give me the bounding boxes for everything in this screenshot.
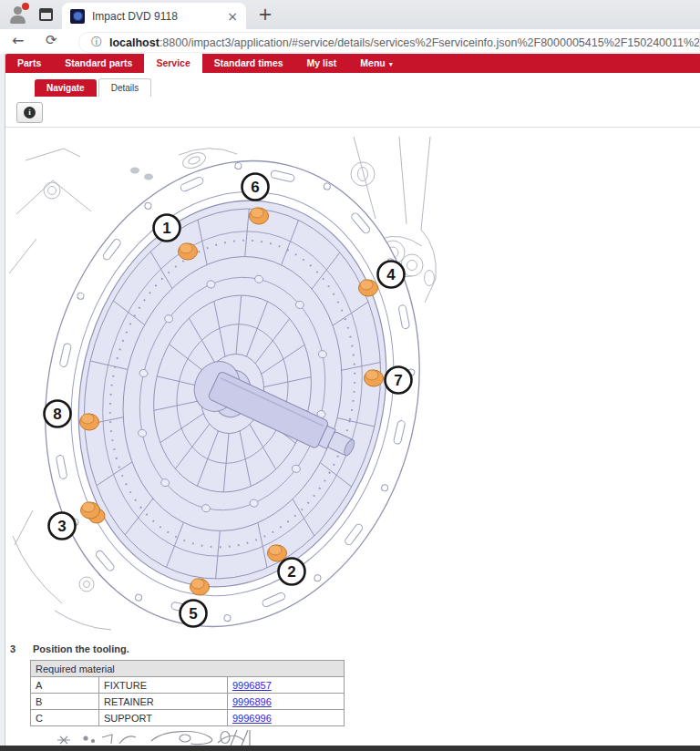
bolt-marker-4 — [359, 280, 378, 296]
svg-text:7: 7 — [394, 372, 402, 389]
svg-text:4: 4 — [386, 266, 396, 283]
svg-text:3: 3 — [57, 518, 66, 535]
url-text: localhost:8800/impact3/application/#serv… — [109, 36, 700, 49]
avatar-head — [14, 6, 22, 15]
svg-text:6: 6 — [251, 179, 259, 196]
browser-window: Impact DVD 9118 × + ← ⟳ ⓘ localhost:8800… — [0, 0, 700, 751]
nav-item-standard-parts[interactable]: Standard parts — [53, 54, 144, 73]
part-number-link[interactable]: 9996896 — [232, 696, 272, 707]
tab-actions-icon[interactable] — [39, 8, 53, 21]
bolt-marker-7 — [365, 370, 384, 386]
notification-dot — [22, 3, 29, 10]
bottom-dark-bar — [0, 746, 700, 751]
page-info-icon[interactable]: ⓘ — [91, 35, 102, 50]
material-name: FIXTURE — [99, 677, 228, 694]
menu-label: Menu — [360, 57, 385, 68]
svg-text:5: 5 — [189, 605, 197, 622]
address-bar[interactable]: ⓘ localhost:8800/impact3/application/#se… — [78, 32, 700, 53]
callout-6: 6 — [242, 174, 269, 201]
favicon-globe-icon — [70, 9, 85, 24]
divider-line — [5, 127, 700, 128]
step-instruction: Position the tooling. — [33, 643, 129, 654]
callout-7: 7 — [386, 367, 412, 394]
next-figure-partial-sketch — [0, 724, 456, 746]
table-row: A FIXTURE 9996857 — [31, 677, 345, 694]
part-number-link[interactable]: 9996996 — [232, 713, 272, 724]
material-name: RETAINER — [99, 694, 228, 710]
callout-3: 3 — [49, 513, 76, 540]
nav-item-standard-times[interactable]: Standard times — [202, 54, 295, 73]
tab-details[interactable]: Details — [98, 78, 152, 97]
bolt-marker-2 — [268, 545, 287, 561]
browser-titlebar: Impact DVD 9118 × + — [0, 0, 700, 29]
browser-toolbar: ← ⟳ ⓘ localhost:8800/impact3/application… — [0, 29, 700, 54]
step-number: 3 — [10, 643, 15, 654]
bolt-marker-1 — [179, 243, 198, 260]
bolt-marker-5 — [190, 579, 210, 595]
table-header: Required material — [31, 661, 345, 677]
nav-item-service[interactable]: Service — [144, 54, 201, 73]
bolt-marker-6 — [250, 208, 269, 224]
material-key: B — [31, 694, 99, 710]
info-icon: i — [24, 107, 36, 118]
profile-avatar-icon[interactable] — [8, 5, 28, 25]
new-tab-button[interactable]: + — [253, 3, 277, 26]
required-material-table: Required material A FIXTURE 9996857 B RE… — [30, 660, 345, 726]
url-host: localhost — [109, 36, 160, 49]
browser-tab[interactable]: Impact DVD 9118 × — [62, 3, 246, 29]
table-header-row: Required material — [31, 661, 345, 677]
tab-title: Impact DVD 9118 — [92, 10, 222, 23]
nav-item-parts[interactable]: Parts — [5, 54, 53, 73]
callout-8: 8 — [45, 401, 71, 427]
tab-navigate[interactable]: Navigate — [35, 79, 97, 97]
clutch-diagram: 1 2 3 4 5 6 7 8 — [0, 130, 456, 641]
svg-text:2: 2 — [287, 563, 295, 581]
material-key: A — [31, 677, 99, 694]
part-number-link[interactable]: 9996857 — [232, 680, 272, 691]
avatar-body — [10, 15, 26, 24]
bolt-marker-8 — [80, 414, 99, 430]
main-navbar: Parts Standard parts Service Standard ti… — [5, 54, 700, 73]
nav-item-menu[interactable]: Menu▾ — [348, 54, 404, 73]
callout-1: 1 — [154, 215, 180, 242]
refresh-icon[interactable]: ⟳ — [46, 32, 57, 48]
back-icon[interactable]: ← — [12, 32, 24, 49]
svg-text:1: 1 — [162, 220, 170, 237]
chevron-down-icon: ▾ — [389, 60, 393, 68]
callout-4: 4 — [378, 262, 405, 288]
url-path: :8800/impact3/application/#service/detai… — [160, 36, 700, 49]
close-tab-icon[interactable]: × — [222, 9, 242, 24]
callout-5: 5 — [180, 601, 207, 627]
svg-text:8: 8 — [53, 406, 61, 423]
callout-2: 2 — [279, 559, 305, 585]
nav-item-my-list[interactable]: My list — [295, 54, 349, 73]
sub-navbar: Navigate Details — [5, 73, 700, 97]
info-button[interactable]: i — [16, 102, 43, 123]
table-row: B RETAINER 9996896 — [31, 694, 345, 710]
